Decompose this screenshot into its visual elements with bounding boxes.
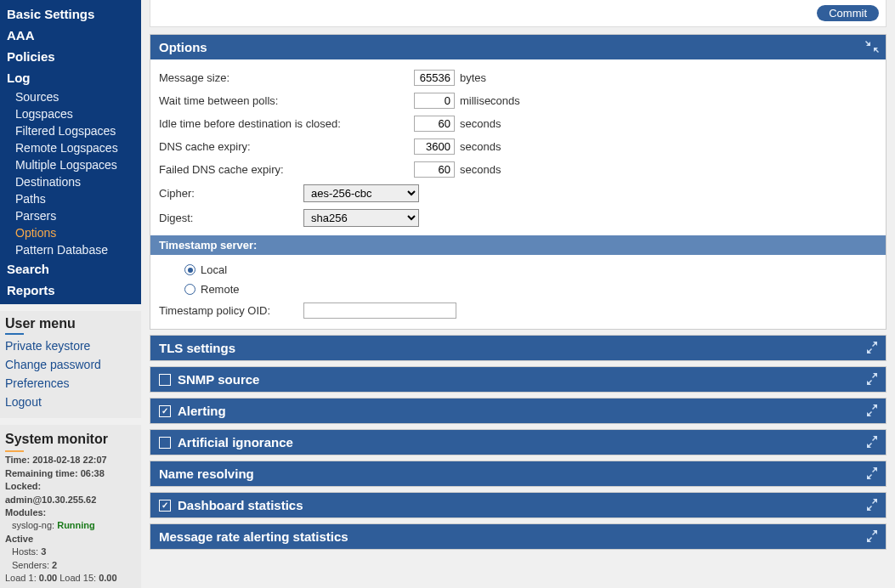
- commit-button[interactable]: Commit: [817, 5, 879, 21]
- expand-icon[interactable]: [865, 435, 879, 449]
- snmp-section: SNMP source: [150, 366, 887, 393]
- name-resolving-header[interactable]: Name resolving: [150, 461, 886, 486]
- user-menu-change-password[interactable]: Change password: [5, 355, 136, 374]
- system-monitor-panel: System monitor Time: 2018-02-18 22:07 Re…: [0, 425, 141, 588]
- message-rate-header[interactable]: Message rate alerting statistics: [150, 524, 886, 549]
- radio-local-row[interactable]: Local: [159, 260, 877, 280]
- expand-icon[interactable]: [865, 341, 879, 354]
- artificial-ignorance-section: Artificial ignorance: [150, 429, 887, 455]
- label-digest: Digest:: [159, 212, 303, 224]
- timestamp-server-header: Timestamp server:: [150, 235, 886, 255]
- input-timestamp-oid[interactable]: [303, 302, 456, 319]
- input-message-size[interactable]: [414, 70, 455, 86]
- artificial-ignorance-header[interactable]: Artificial ignorance: [150, 430, 886, 455]
- nav-log[interactable]: Log: [0, 67, 141, 88]
- label-failed-dns-expiry: Failed DNS cache expiry:: [159, 163, 414, 176]
- radio-remote[interactable]: [184, 284, 195, 295]
- input-failed-dns-expiry[interactable]: [414, 161, 455, 178]
- select-digest[interactable]: sha256: [303, 209, 419, 227]
- select-cipher[interactable]: aes-256-cbc: [303, 184, 419, 202]
- checkbox-checked-icon[interactable]: ✓: [159, 500, 171, 512]
- label-dns-expiry: DNS cache expiry:: [159, 140, 414, 153]
- radio-remote-row[interactable]: Remote: [159, 280, 877, 299]
- label-cipher: Cipher:: [159, 187, 303, 200]
- nav-sub-paths[interactable]: Paths: [0, 190, 141, 207]
- nav-sub-destinations[interactable]: Destinations: [0, 173, 141, 190]
- commit-bar: Commit: [150, 0, 887, 27]
- checkbox-icon[interactable]: [159, 437, 171, 449]
- nav-search[interactable]: Search: [0, 258, 141, 280]
- input-idle-time[interactable]: [414, 116, 455, 132]
- input-wait-time[interactable]: [414, 93, 455, 109]
- nav-sub-remote-logspaces[interactable]: Remote Logspaces: [0, 139, 141, 156]
- alerting-header[interactable]: ✓ Alerting: [150, 399, 886, 423]
- checkbox-icon[interactable]: [159, 374, 171, 386]
- nav-aaa[interactable]: AAA: [0, 25, 141, 46]
- options-section: Options Message size: bytes Wait time be…: [150, 34, 887, 330]
- collapse-icon[interactable]: [865, 40, 879, 54]
- alerting-section: ✓ Alerting: [150, 398, 887, 424]
- expand-icon[interactable]: [865, 372, 879, 386]
- expand-icon[interactable]: [865, 404, 879, 417]
- nav-sub-logspaces[interactable]: Logspaces: [0, 105, 141, 122]
- name-resolving-section: Name resolving: [150, 461, 887, 487]
- expand-icon[interactable]: [865, 498, 879, 512]
- nav-basic-settings[interactable]: Basic Settings: [0, 3, 141, 25]
- checkbox-checked-icon[interactable]: ✓: [159, 405, 171, 417]
- nav-sub-multiple-logspaces[interactable]: Multiple Logspaces: [0, 156, 141, 173]
- radio-local[interactable]: [184, 264, 195, 275]
- label-idle-time: Idle time before destination is closed:: [159, 117, 414, 130]
- user-menu-panel: User menu Private keystore Change passwo…: [0, 311, 141, 418]
- dashboard-stats-header[interactable]: ✓ Dashboard statistics: [150, 493, 886, 517]
- nav-sub-filtered-logspaces[interactable]: Filtered Logspaces: [0, 122, 141, 139]
- user-menu-logout[interactable]: Logout: [5, 393, 136, 411]
- options-header: Options: [150, 35, 886, 59]
- main-nav: Basic Settings AAA Policies Log Sources …: [0, 0, 141, 304]
- dashboard-stats-section: ✓ Dashboard statistics: [150, 492, 887, 518]
- label-wait-time: Wait time between polls:: [159, 94, 414, 107]
- tls-header[interactable]: TLS settings: [150, 336, 886, 360]
- nav-reports[interactable]: Reports: [0, 280, 141, 301]
- nav-sub-pattern-database[interactable]: Pattern Database: [0, 241, 141, 258]
- label-message-size: Message size:: [159, 71, 414, 84]
- tls-section: TLS settings: [150, 335, 887, 361]
- expand-icon[interactable]: [865, 529, 879, 543]
- nav-sub-sources[interactable]: Sources: [0, 88, 141, 105]
- user-menu-private-keystore[interactable]: Private keystore: [5, 336, 136, 355]
- label-timestamp-oid: Timestamp policy OID:: [159, 304, 303, 317]
- message-rate-section: Message rate alerting statistics: [150, 523, 887, 550]
- expand-icon[interactable]: [865, 466, 879, 480]
- nav-sub-options[interactable]: Options: [0, 224, 141, 241]
- input-dns-expiry[interactable]: [414, 139, 455, 155]
- nav-policies[interactable]: Policies: [0, 46, 141, 67]
- system-monitor-title: System monitor: [5, 430, 136, 454]
- user-menu-title: User menu: [5, 316, 136, 336]
- nav-sub-parsers[interactable]: Parsers: [0, 207, 141, 224]
- user-menu-preferences[interactable]: Preferences: [5, 374, 136, 393]
- snmp-header[interactable]: SNMP source: [150, 367, 886, 392]
